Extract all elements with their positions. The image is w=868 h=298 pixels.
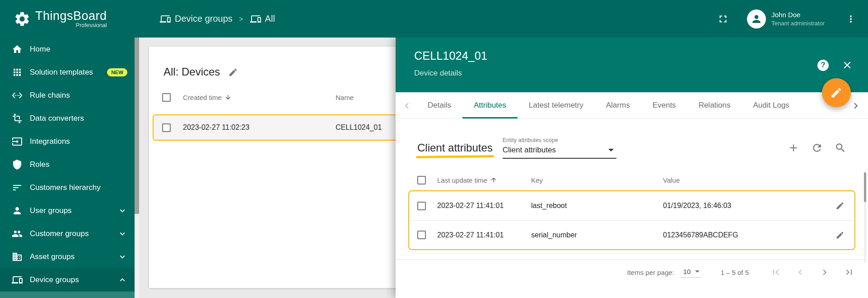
breadcrumb-device-groups[interactable]: Device groups [160,14,233,24]
previous-page-icon[interactable] [795,267,806,278]
tab-audit-logs[interactable]: Audit Logs [742,92,801,118]
sidebar-item-asset-groups[interactable]: Asset groups [0,245,135,268]
sidebar-item-customers-hierarchy[interactable]: Customers hierarchy [0,176,135,199]
apps-icon [12,67,23,78]
sidebar-item-roles[interactable]: Roles [0,153,135,176]
scope-value: Client attributes [503,146,556,155]
help-icon[interactable]: ? [817,60,829,71]
page-title: All: Devices [163,66,220,78]
sidebar-item-user-groups[interactable]: User groups [0,199,135,222]
sidebar-scrollbar[interactable] [135,38,139,298]
device-groups-icon [250,14,261,24]
panel-title: CELL1024_01 [414,49,852,62]
sidebar-subitem-partial[interactable] [0,292,135,298]
tabs-scroll-left-icon[interactable] [401,100,413,112]
row-checkbox[interactable] [162,123,171,132]
close-icon[interactable] [841,59,853,71]
search-icon[interactable] [835,142,846,154]
sidebar-item-device-groups[interactable]: Device groups [0,268,135,291]
sidebar-item-home[interactable]: Home [0,38,135,61]
attr-value: 01/19/2023, 16:46:03 [663,202,826,210]
user-role: Tenant administrator [771,20,825,27]
device-details-panel: CELL1024_01 Device details ? Details Att… [396,38,868,298]
breadcrumb: Device groups > All [160,14,275,24]
attributes-scope-select[interactable]: Entity attributes scope Client attribute… [503,137,616,159]
column-value: Value [663,176,826,184]
page-size-select[interactable]: 10 [681,267,702,278]
dropdown-caret-icon [695,270,700,273]
new-badge: NEW [107,68,127,76]
chevron-down-icon [117,252,127,262]
tab-details[interactable]: Details [416,92,462,118]
user-name: John Doe [771,11,825,19]
row-checkbox[interactable] [417,202,426,210]
attr-key: serial_number [531,231,663,239]
attribute-row[interactable]: 2023-02-27 11:41:01 last_reboot 01/19/20… [409,191,854,220]
last-page-icon[interactable] [844,267,854,278]
refresh-icon[interactable] [811,142,823,154]
people-icon [12,228,23,239]
first-page-icon[interactable] [770,267,781,278]
edit-icon[interactable] [835,231,845,240]
select-all-checkbox[interactable] [162,93,171,102]
thingsboard-logo[interactable]: ThingsBoard Professional [0,9,135,28]
attribute-row[interactable]: 2023-02-27 11:41:01 serial_number 012345… [409,220,854,249]
row-created-time: 2023-02-27 11:02:23 [183,123,336,132]
breadcrumb-all[interactable]: All [250,14,275,24]
sidebar-item-solution-templates[interactable]: Solution templates NEW [0,61,135,84]
breadcrumb-root-label: Device groups [175,14,233,24]
home-icon [12,44,23,55]
rule-chains-icon [12,90,23,101]
tab-attributes[interactable]: Attributes [462,92,518,118]
items-per-page-label: Items per page: [627,269,674,276]
sort-lines-icon [12,182,23,193]
page-range: 1 – 5 of 5 [720,269,749,276]
tab-relations[interactable]: Relations [687,92,742,118]
person-icon [12,205,23,216]
tab-bar: Details Attributes Latest telemetry Alar… [396,92,868,119]
tab-alarms[interactable]: Alarms [595,92,641,118]
sidebar: Home Solution templates NEW Rule chains … [0,38,135,298]
tabs-scroll-right-icon[interactable] [850,100,862,112]
sidebar-item-customer-groups[interactable]: Customer groups [0,222,135,245]
avatar[interactable] [747,9,766,28]
user-info: John Doe Tenant administrator [771,11,825,27]
column-key: Key [531,176,663,184]
edit-icon[interactable] [228,67,238,78]
sidebar-item-data-converters[interactable]: Data converters [0,107,135,130]
scope-label: Entity attributes scope [503,137,616,143]
chevron-down-icon [117,229,127,239]
edit-fab[interactable] [822,78,851,107]
dropdown-caret-icon [608,149,614,151]
more-vert-icon[interactable] [845,14,856,24]
attributes-heading: Client attributes [417,142,493,154]
sidebar-scrollbar-thumb[interactable] [135,38,139,214]
attr-last-update-time: 2023-02-27 11:41:01 [437,202,531,210]
input-icon [12,136,23,147]
column-created-time[interactable]: Created time [183,94,336,101]
tutorial-marker [416,155,494,158]
domain-icon [12,251,23,262]
add-attribute-icon[interactable] [788,142,799,154]
edit-icon[interactable] [835,201,845,210]
panel-header: CELL1024_01 Device details ? [396,38,868,92]
sidebar-item-integrations[interactable]: Integrations [0,130,135,153]
chevron-down-icon [117,206,127,216]
attr-value: 0123456789ABCDEFG [663,231,826,239]
table-scrollbar[interactable] [864,172,866,263]
row-checkbox[interactable] [417,231,426,239]
fullscreen-icon[interactable] [717,13,729,25]
tab-events[interactable]: Events [641,92,687,118]
chevron-up-icon [117,275,127,285]
tab-latest-telemetry[interactable]: Latest telemetry [518,92,595,118]
attr-last-update-time: 2023-02-27 11:41:01 [437,231,531,239]
breadcrumb-separator: > [239,15,243,23]
transform-icon [12,113,23,124]
next-page-icon[interactable] [819,267,830,278]
paginator: Items per page: 10 1 – 5 of 5 [396,260,868,285]
column-last-update-time[interactable]: Last update time [437,176,531,184]
table-scrollbar-thumb[interactable] [864,172,866,202]
device-groups-icon [12,274,23,285]
select-all-checkbox[interactable] [417,176,426,184]
sidebar-item-rule-chains[interactable]: Rule chains [0,84,135,107]
